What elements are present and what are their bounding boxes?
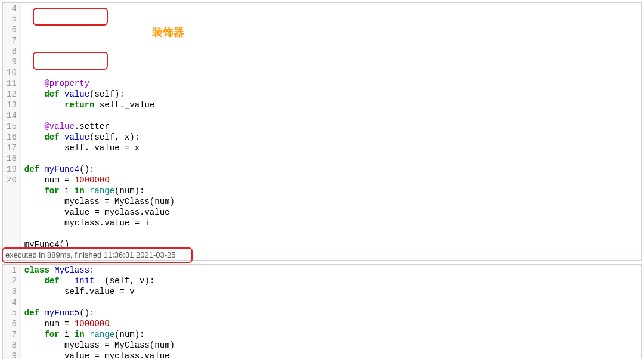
line-number: 9: [7, 57, 17, 67]
code-line: class MyClass:: [24, 265, 637, 276]
code-line: num = 1000000: [24, 318, 637, 329]
code-area-1: 4567891011121314151617181920 装饰器 @proper…: [3, 3, 641, 250]
line-number: 5: [7, 308, 17, 318]
line-number: 14: [7, 110, 17, 121]
line-number: 10: [7, 67, 17, 78]
line-number: 7: [7, 329, 17, 340]
line-number: 9: [7, 351, 17, 359]
code-line: value = myclass.value: [24, 207, 637, 218]
code-line: myclass.value = i: [24, 218, 637, 228]
code-cell-2: 123456789101112 class MyClass: def __ini…: [2, 264, 642, 359]
code-content-2[interactable]: class MyClass: def __init__(self, v): se…: [21, 265, 641, 359]
line-number: 15: [7, 121, 17, 132]
line-number: 6: [7, 318, 17, 329]
code-line: myclass = MyClass(num): [24, 196, 637, 207]
code-cell-1: 4567891011121314151617181920 装饰器 @proper…: [2, 2, 642, 261]
code-area-2: 123456789101112 class MyClass: def __ini…: [3, 265, 641, 359]
line-number: 4: [7, 3, 17, 14]
line-number: 18: [7, 153, 17, 164]
code-line: @property: [24, 78, 637, 89]
line-number: 4: [7, 297, 17, 308]
highlight-property-decorator: [33, 8, 108, 26]
code-line: @value.setter: [24, 121, 637, 132]
code-line: myclass = MyClass(num): [24, 340, 637, 351]
line-gutter-1: 4567891011121314151617181920: [3, 3, 21, 250]
code-line: def __init__(self, v):: [24, 276, 637, 286]
line-number: 2: [7, 276, 17, 286]
line-number: 19: [7, 164, 17, 175]
code-line: myFunc4(): [24, 239, 637, 250]
code-line: [24, 297, 637, 308]
code-line: return self._value: [24, 100, 637, 110]
code-line: for i in range(num):: [24, 329, 637, 340]
code-line: value = myclass.value: [24, 351, 637, 359]
line-number: 6: [7, 24, 17, 35]
line-number: 8: [7, 46, 17, 57]
line-number: 17: [7, 143, 17, 153]
line-number: 7: [7, 35, 17, 46]
line-number: 8: [7, 340, 17, 351]
annotation-decorator-label: 装饰器: [152, 27, 184, 38]
line-number: 11: [7, 78, 17, 89]
code-line: def value(self):: [24, 89, 637, 100]
line-number: 3: [7, 286, 17, 297]
code-line: def value(self, x):: [24, 132, 637, 143]
code-line: def myFunc5():: [24, 308, 637, 318]
code-content-1[interactable]: 装饰器 @property def value(self): return se…: [21, 3, 641, 250]
code-line: [24, 153, 637, 164]
execution-status-1: executed in 889ms, finished 11:36:31 202…: [3, 250, 641, 260]
line-number: 20: [7, 175, 17, 185]
line-number: 1: [7, 265, 17, 276]
line-number: 12: [7, 89, 17, 100]
code-line: def myFunc4():: [24, 164, 637, 175]
line-gutter-2: 123456789101112: [3, 265, 21, 359]
status-text-1: executed in 889ms, finished 11:36:31 202…: [5, 250, 175, 259]
code-line: self._value = x: [24, 143, 637, 153]
line-number: 5: [7, 14, 17, 24]
code-line: [24, 67, 637, 78]
code-line: [24, 228, 637, 239]
code-line: for i in range(num):: [24, 185, 637, 196]
line-number: 16: [7, 132, 17, 143]
code-line: [24, 110, 637, 121]
line-number: 13: [7, 100, 17, 110]
code-line: self.value = v: [24, 286, 637, 297]
code-line: num = 1000000: [24, 175, 637, 185]
